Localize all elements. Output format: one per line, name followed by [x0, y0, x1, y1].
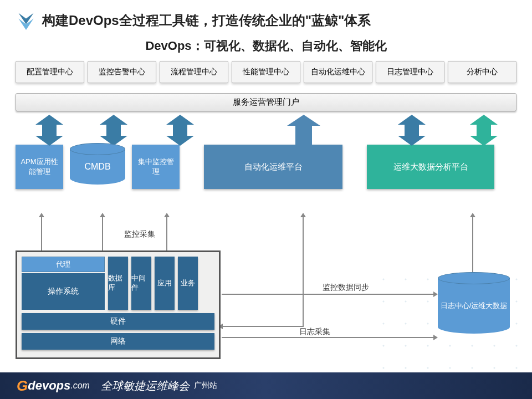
platform-automation: 自动化运维平台 [204, 145, 342, 189]
svg-marker-6 [398, 115, 426, 146]
footer-brand-g: G [17, 377, 28, 395]
label-monitor-collect: 监控采集 [124, 229, 155, 239]
svg-marker-4 [166, 115, 194, 146]
footer-brand-com: .com [70, 381, 90, 391]
infra-os: 操作系统 [22, 273, 105, 310]
label-monitor-sync: 监控数据同步 [323, 283, 369, 293]
infra-application: 应用 [155, 257, 175, 310]
management-centers-row: 配置管理中心 监控告警中心 流程管理中心 性能管理中心 自动化运维中心 日志管理… [0, 61, 532, 83]
arrow-apm-icon [35, 115, 63, 146]
center-alert: 监控告警中心 [88, 61, 156, 83]
svg-marker-5 [287, 115, 320, 147]
footer-brand-rest: devops [28, 378, 70, 393]
svg-marker-3 [100, 115, 127, 146]
infrastructure-box: 代理 操作系统 数据库 中间件 应用 业务 硬件 网络 [16, 250, 221, 359]
infra-business: 业务 [178, 257, 198, 310]
infra-agent: 代理 [22, 257, 105, 272]
footer-tagline: 全球敏捷运维峰会 [101, 378, 190, 393]
infra-middleware: 中间件 [131, 257, 151, 310]
log-database: 日志中心/运维大数据 [438, 278, 510, 334]
center-process: 流程管理中心 [160, 61, 228, 83]
infra-database: 数据库 [108, 257, 128, 310]
portal-bar: 服务运营管理门户 [16, 93, 516, 111]
svg-marker-2 [35, 115, 63, 146]
slide-subtitle: DevOps：可视化、数据化、自动化、智能化 [0, 35, 532, 61]
logo-chevron-icon [17, 11, 35, 30]
platform-monitor: 集中监控管理 [132, 145, 180, 189]
footer-city: 广州站 [194, 381, 217, 391]
infra-hardware: 硬件 [22, 313, 214, 330]
platform-apm: APM应用性能管理 [16, 145, 63, 189]
center-analysis: 分析中心 [448, 61, 516, 83]
footer-bar: G devops .com 全球敏捷运维峰会 广州站 [0, 372, 532, 399]
platform-cmdb: CMDB [70, 149, 125, 185]
platform-bigdata: 运维大数据分析平台 [367, 145, 494, 189]
arrow-log-icon [398, 115, 426, 146]
center-performance: 性能管理中心 [232, 61, 300, 83]
label-log-collect: 日志采集 [299, 327, 330, 337]
center-automation: 自动化运维中心 [304, 61, 372, 83]
arrow-monitor-icon [166, 115, 194, 146]
svg-marker-0 [18, 13, 33, 24]
svg-marker-7 [470, 115, 498, 146]
arrow-auto-icon [287, 115, 320, 147]
infra-network: 网络 [22, 333, 214, 350]
arrow-cmdb-icon [100, 115, 127, 146]
slide-title: 构建DevOps全过程工具链，打造传统企业的"蓝鲸"体系 [42, 12, 371, 29]
center-log: 日志管理中心 [376, 61, 444, 83]
center-config: 配置管理中心 [16, 61, 84, 83]
arrow-bigdata-icon [470, 115, 498, 146]
